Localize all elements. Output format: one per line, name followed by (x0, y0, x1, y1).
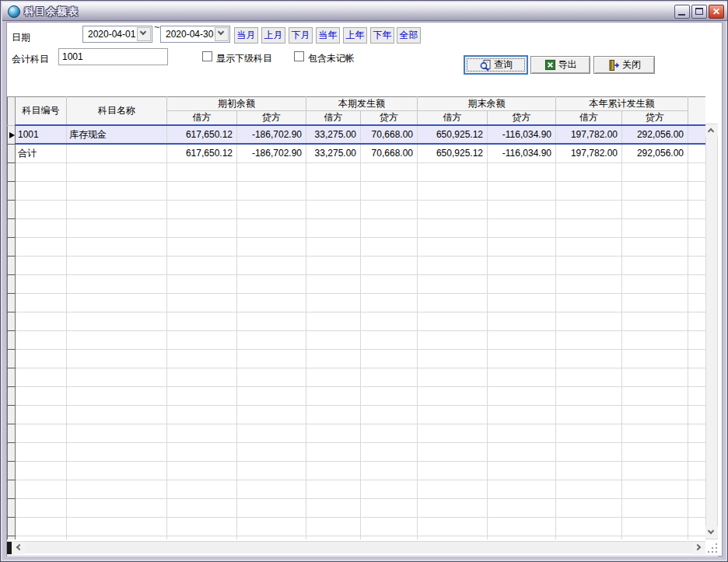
window-title: 科目余额表 (24, 5, 79, 19)
date-from-value: 2020-04-01 (83, 29, 137, 40)
include-unposted-label: 包含未记帐 (308, 52, 355, 65)
col-header-account-name[interactable]: 科目名称 (67, 97, 167, 126)
empty-row (8, 442, 706, 461)
empty-row (8, 293, 706, 312)
chevron-down-icon (708, 528, 714, 534)
export-button[interactable]: 导出 (530, 56, 590, 74)
col-header-account-code[interactable]: 科目编号 (16, 97, 67, 126)
quick-range-all[interactable]: 全部 (397, 27, 421, 44)
excel-export-icon (544, 59, 556, 71)
amount-cell[interactable]: 70,668.00 (361, 144, 418, 162)
subheader-credit[interactable]: 贷方 (488, 111, 556, 126)
subheader-debit[interactable]: 借方 (167, 111, 237, 126)
amount-cell[interactable]: 617,650.12 (167, 144, 237, 162)
quick-range-next-year[interactable]: 下年 (370, 27, 394, 44)
chevron-up-icon (708, 128, 714, 134)
export-button-label: 导出 (558, 58, 577, 72)
search-icon (479, 59, 492, 72)
account-code-cell[interactable]: 合计 (16, 144, 67, 162)
row-selector-cell[interactable] (8, 144, 16, 162)
query-button[interactable]: 查询 (464, 55, 528, 75)
scroll-left-button[interactable] (12, 542, 25, 554)
empty-row (8, 349, 706, 368)
scroll-right-button[interactable] (693, 542, 705, 554)
vertical-scrollbar[interactable] (705, 124, 718, 539)
show-sub-accounts-checkbox[interactable] (202, 51, 212, 61)
group-header-closing-balance[interactable]: 期末余额 (418, 97, 556, 111)
quick-range-next-month[interactable]: 下月 (289, 27, 313, 44)
group-header-opening-balance[interactable]: 期初余额 (167, 97, 306, 111)
date-to-select[interactable]: 2020-04-30 (160, 26, 230, 43)
amount-cell[interactable]: 197,782.00 (556, 144, 622, 162)
subheader-debit[interactable]: 借方 (556, 111, 622, 126)
subheader-debit[interactable]: 借方 (306, 111, 361, 126)
amount-cell[interactable]: -116,034.90 (488, 144, 556, 162)
account-name-cell[interactable]: 库存现金 (67, 125, 167, 144)
group-header-period-activity[interactable]: 本期发生额 (306, 97, 418, 111)
amount-cell[interactable]: -116,034.90 (488, 125, 556, 144)
empty-row (8, 330, 706, 349)
empty-row (8, 480, 706, 498)
filler-cell (688, 144, 706, 162)
amount-cell[interactable]: -186,702.90 (237, 125, 306, 144)
balance-grid: 科目编号 科目名称 期初余额 本期发生额 期末余额 本年累计发生额 借方 贷方 … (7, 96, 705, 539)
amount-cell[interactable]: 70,668.00 (361, 125, 418, 144)
amount-cell[interactable]: 33,275.00 (306, 125, 361, 144)
amount-cell[interactable]: 292,056.00 (622, 144, 688, 162)
scroll-up-button[interactable] (705, 124, 718, 137)
empty-row (8, 368, 706, 386)
empty-row (8, 461, 706, 480)
scroll-down-button[interactable] (705, 526, 718, 539)
minimize-button[interactable] (674, 5, 690, 19)
grid-body: 1001库存现金617,650.12-186,702.9033,275.0070… (8, 125, 706, 539)
account-name-cell[interactable] (67, 144, 167, 162)
empty-row (8, 274, 706, 293)
table-row[interactable]: 1001库存现金617,650.12-186,702.9033,275.0070… (8, 125, 706, 144)
amount-cell[interactable]: 650,925.12 (418, 125, 488, 144)
horizontal-scroll-thumb[interactable] (7, 542, 12, 554)
empty-row (8, 386, 706, 405)
date-from-select[interactable]: 2020-04-01 (82, 26, 152, 43)
row-selector-cell[interactable] (8, 125, 16, 144)
group-header-ytd-activity[interactable]: 本年累计发生额 (556, 97, 688, 111)
subheader-credit[interactable]: 贷方 (622, 111, 688, 126)
date-to-value: 2020-04-30 (161, 29, 215, 40)
include-unposted-checkbox[interactable] (294, 51, 304, 61)
table-row[interactable]: 合计617,650.12-186,702.9033,275.0070,668.0… (8, 144, 706, 162)
quick-range-current-year[interactable]: 当年 (316, 27, 340, 44)
empty-row (8, 218, 706, 237)
globe-app-icon (8, 5, 20, 18)
filler-cell (688, 125, 706, 144)
quick-range-current-month[interactable]: 当月 (234, 27, 258, 44)
account-label: 会计科目 (12, 53, 49, 66)
empty-row (8, 256, 706, 274)
amount-cell[interactable]: 33,275.00 (306, 144, 361, 162)
titlebar[interactable]: 科目余额表 ✕ (2, 2, 727, 21)
close-button-label: 关闭 (622, 58, 641, 72)
amount-cell[interactable]: 650,925.12 (418, 144, 488, 162)
account-input[interactable] (58, 48, 168, 65)
subheader-credit[interactable]: 贷方 (361, 111, 418, 126)
close-window-button[interactable]: ✕ (709, 5, 724, 19)
chevron-left-icon (16, 544, 23, 550)
window-controls: ✕ (674, 5, 724, 19)
account-code-cell[interactable]: 1001 (16, 125, 67, 144)
amount-cell[interactable]: 197,782.00 (556, 125, 622, 144)
resize-grip[interactable] (707, 543, 718, 553)
maximize-button[interactable] (691, 5, 707, 19)
date-to-dropdown-button[interactable] (215, 27, 229, 41)
bottom-frame-groove (7, 555, 718, 557)
quick-range-prev-year[interactable]: 上年 (343, 27, 367, 44)
horizontal-scrollbar[interactable] (7, 541, 705, 553)
amount-cell[interactable]: 617,650.12 (167, 125, 237, 144)
quick-range-prev-month[interactable]: 上月 (261, 27, 285, 44)
empty-row (8, 536, 706, 539)
filler-column-header (688, 97, 706, 126)
amount-cell[interactable]: -186,702.90 (237, 144, 306, 162)
subheader-debit[interactable]: 借方 (418, 111, 488, 126)
subheader-credit[interactable]: 贷方 (237, 111, 306, 126)
close-form-button[interactable]: 关闭 (593, 56, 655, 74)
date-from-dropdown-button[interactable] (137, 27, 151, 41)
date-range-separator: ~ (154, 21, 160, 33)
amount-cell[interactable]: 292,056.00 (622, 125, 688, 144)
